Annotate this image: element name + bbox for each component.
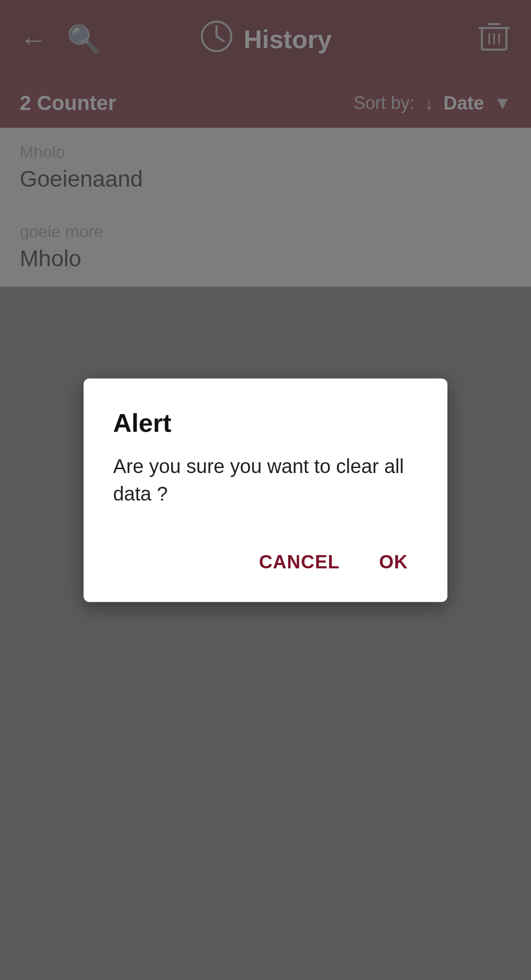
alert-message: Are you sure you want to clear all data … <box>113 452 418 507</box>
ok-button[interactable]: OK <box>369 546 418 577</box>
alert-buttons: CANCEL OK <box>113 546 418 577</box>
cancel-button[interactable]: CANCEL <box>249 546 350 577</box>
alert-dialog: Alert Are you sure you want to clear all… <box>84 378 447 602</box>
alert-title: Alert <box>113 408 418 437</box>
